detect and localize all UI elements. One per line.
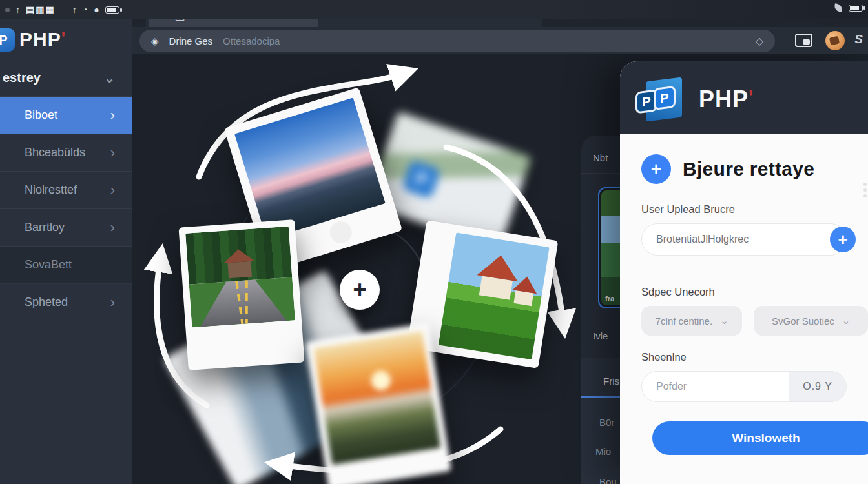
house-shape (514, 290, 534, 306)
dropdown-row: 7clnf centine. ⌄ SvGor Suotiec ⌄ (641, 306, 868, 336)
dropdown-label: SvGor Suotiec (772, 316, 834, 327)
sidebar-item-bhceabulds[interactable]: Bhceabülds › (0, 134, 132, 172)
submit-button[interactable]: Winsloweth (652, 421, 868, 455)
chevron-down-icon: ⌄ (720, 315, 728, 327)
panel-body: + Bjeure rettaye User Uplead Brucre + Sd… (620, 154, 868, 455)
php-logo-icon: P (0, 28, 15, 52)
compass-icon: ◈ (151, 35, 159, 47)
upload-arrow-icon: ↑ (16, 5, 20, 15)
status-mid-group: ↑ ◔ ● (72, 5, 119, 15)
logo-mark: ' (749, 86, 754, 107)
upload-form-panel: P P PHP' + Bjeure rettaye User Uplead Br… (620, 61, 868, 484)
chevron-right-icon: › (110, 182, 115, 199)
photo-frame-dot (327, 219, 355, 246)
name-input[interactable] (641, 223, 847, 256)
plus-circle-icon: + (641, 154, 671, 184)
logo-badge-icon: P (654, 86, 676, 110)
photo-forest-road[interactable] (178, 219, 304, 370)
add-photo-button[interactable]: + (340, 270, 380, 310)
sidebar-item-label: SovaBett (25, 258, 72, 272)
list-item[interactable]: Nbt (593, 152, 608, 163)
sidebar-item-label: Niolresttef (25, 183, 77, 197)
panel-logo: P P PHP' (646, 79, 754, 119)
arrow-up-icon: ↑ (72, 5, 77, 15)
sidebar-logo-text: PHP' (19, 28, 66, 50)
panel-logo-text: PHP' (699, 86, 754, 113)
status-glyphs: ▤▥▦ (26, 5, 56, 15)
url-bar[interactable]: ◈ Drine Ges Ottesadocipa ◇ (140, 30, 775, 52)
list-item[interactable]: Mio (595, 446, 611, 457)
sidebar: P PHP' estrey ⌄ Biboet › Bhceabülds › Ni… (0, 19, 132, 484)
sidebar-item-spheted[interactable]: Spheted › (0, 284, 132, 321)
chevron-right-icon: › (110, 294, 115, 311)
leaf-icon (834, 3, 843, 12)
sidebar-item-label: Spheted (25, 296, 68, 309)
panel-title-row: + Bjeure rettaye (641, 154, 868, 184)
dot-icon: ● (94, 5, 99, 15)
page-title: Bjeure rettaye (683, 158, 814, 180)
list-item[interactable]: Bou (599, 476, 617, 484)
sidebar-logo: P PHP' (0, 19, 132, 59)
photo-image (234, 97, 386, 239)
dropdown-category[interactable]: 7clnf centine. ⌄ (641, 306, 742, 336)
upload-label: User Uplead Brucre (641, 203, 868, 216)
chevron-down-icon: ⌄ (104, 70, 115, 86)
logo-mark: ' (61, 28, 66, 48)
sidebar-item-label: Bhceabülds (25, 146, 85, 159)
picture-in-picture-icon[interactable] (795, 34, 812, 47)
status-bar: ↑ ▤▥▦ ↑ ◔ ● (0, 0, 868, 19)
sidebar-header-label: estrey (3, 70, 41, 85)
avatar[interactable] (825, 31, 845, 50)
panel-header: P P PHP' (620, 61, 868, 134)
chevron-right-icon: › (110, 107, 115, 124)
tab-fris[interactable]: Fris (603, 376, 619, 387)
title-menu-dots[interactable] (863, 183, 867, 197)
screen: ↑ ▤▥▦ ↑ ◔ ● P PHP' estrey ⌄ Biboet › Bhc… (0, 0, 868, 484)
sidebar-group-header[interactable]: estrey ⌄ (0, 59, 132, 97)
add-button[interactable]: + (830, 227, 856, 252)
house-shape (479, 276, 512, 299)
photo-image (314, 331, 441, 465)
sidebar-item-biboet[interactable]: Biboet › (0, 97, 132, 134)
name-input-row: + (641, 223, 847, 256)
chevron-right-icon: › (110, 219, 115, 236)
status-left-group: ↑ ▤▥▦ (0, 5, 56, 15)
url-secondary: Ottesadocipa (223, 35, 280, 46)
diamond-icon[interactable]: ◇ (756, 35, 763, 47)
section-label: Sdpec Unecorh (641, 286, 868, 298)
url-primary: Drine Ges (169, 35, 213, 46)
road-line (245, 280, 248, 323)
list-item[interactable]: Ivle (593, 330, 608, 341)
squiggle-icon[interactable]: S (854, 32, 863, 46)
chevron-right-icon: › (110, 145, 115, 161)
battery-icon (849, 5, 863, 12)
input-suffix: O.9 Y (789, 372, 846, 401)
photo-image (439, 232, 550, 359)
shipping-label: Sheenlne (641, 351, 868, 363)
sidebar-item-sovabett[interactable]: SovaBett (0, 247, 132, 284)
sidebar-item-label: Biboet (25, 108, 57, 122)
logo-word: PHP (19, 28, 61, 50)
cabin-shape (227, 261, 252, 277)
list-item[interactable]: B0r (599, 417, 614, 428)
chevron-down-icon: ⌄ (842, 315, 851, 327)
battery-icon (105, 6, 119, 14)
sidebar-item-label: Barrtloy (25, 221, 65, 234)
dropdown-status[interactable]: SvGor Suotiec ⌄ (754, 306, 868, 336)
dropdown-label: 7clnf centine. (656, 316, 712, 327)
sidebar-item-barrtloy[interactable]: Barrtloy › (0, 209, 132, 247)
photo-sunset-field-blurred[interactable] (305, 323, 451, 484)
record-dot-icon (5, 8, 10, 12)
road-area (189, 277, 295, 327)
clock-icon: ◔ (83, 5, 88, 15)
sidebar-item-niolresttef[interactable]: Niolresttef › (0, 172, 132, 209)
browser-toolbar: ◈ Drine Ges Ottesadocipa ◇ S (132, 27, 868, 54)
thumbnail-caption: fra (605, 295, 614, 303)
divider (641, 270, 859, 270)
logo-word: PHP (699, 86, 749, 112)
detail-input-row: O.9 Y (641, 371, 847, 402)
photo-image (185, 227, 295, 328)
status-right-group (834, 4, 863, 12)
php-flag-icon: P P (646, 77, 682, 122)
